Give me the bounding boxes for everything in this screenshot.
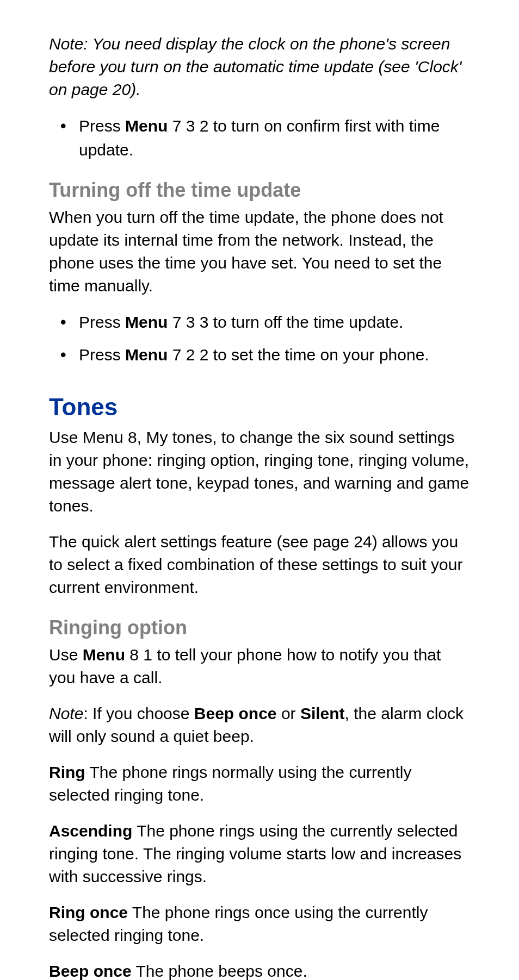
sub-heading: Ringing option (49, 616, 470, 639)
body-text: Press (79, 117, 125, 135)
body-paragraph: Ascending The phone rings using the curr… (49, 820, 470, 888)
body-text: Ring (49, 763, 85, 781)
document-page: Note: You need display the clock on the … (0, 0, 519, 980)
body-text: Menu (83, 646, 125, 664)
section-heading: Tones (49, 394, 470, 421)
body-text: Press (79, 346, 125, 364)
body-paragraph: Ring once The phone rings once using the… (49, 901, 470, 947)
body-text: Use (49, 646, 83, 664)
bullet-list: Press Menu 7 3 3 to turn off the time up… (49, 310, 470, 366)
list-item: Press Menu 7 3 3 to turn off the time up… (79, 310, 470, 334)
body-text: Beep once (194, 704, 277, 722)
body-paragraph: The quick alert settings feature (see pa… (49, 530, 470, 599)
body-text: Ascending (49, 822, 132, 840)
list-item: Press Menu 7 3 2 to turn on confirm firs… (79, 114, 470, 161)
body-text: Press (79, 313, 125, 331)
body-text: The phone beeps once. (132, 962, 307, 980)
body-paragraph: Ring The phone rings normally using the … (49, 761, 470, 807)
body-text: Menu (125, 346, 168, 364)
body-paragraph: When you turn off the time update, the p… (49, 206, 470, 297)
body-text: Menu (125, 313, 168, 331)
body-paragraph: Use Menu 8 1 to tell your phone how to n… (49, 644, 470, 689)
sub-heading: Turning off the time update (49, 179, 470, 202)
body-text: Silent (300, 704, 345, 722)
body-text: Menu (125, 117, 168, 135)
body-text: Beep once (49, 962, 132, 980)
body-text: or (277, 704, 300, 722)
body-text: 7 2 2 to set the time on your phone. (168, 346, 429, 364)
body-paragraph: Beep once The phone beeps once. (49, 960, 470, 980)
body-text: The phone rings normally using the curre… (49, 763, 411, 804)
body-text: 7 3 3 to turn off the time update. (168, 313, 403, 331)
body-paragraph: Note: If you choose Beep once or Silent,… (49, 702, 470, 748)
body-paragraph: Use Menu 8, My tones, to change the six … (49, 426, 470, 517)
body-text: : If you choose (83, 704, 194, 722)
note-paragraph: Note: You need display the clock on the … (49, 33, 470, 101)
bullet-list: Press Menu 7 3 2 to turn on confirm firs… (49, 114, 470, 161)
list-item: Press Menu 7 2 2 to set the time on your… (79, 343, 470, 367)
body-text: Ring once (49, 903, 128, 921)
body-text: Note (49, 704, 83, 722)
